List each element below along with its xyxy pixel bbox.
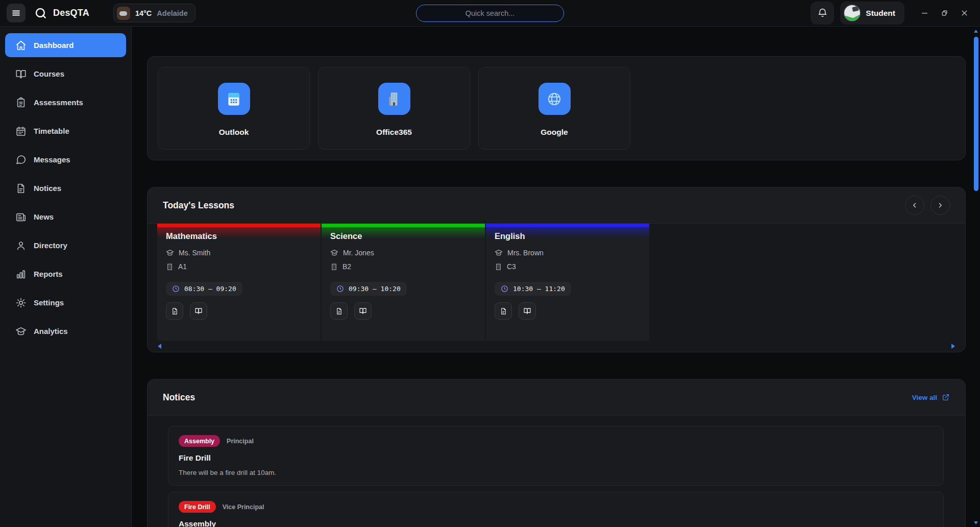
notice-title: Assembly	[179, 519, 933, 527]
main-content: Outlook Office365 Google Today's Lessons	[132, 27, 980, 527]
view-all-link[interactable]: View all	[912, 393, 950, 401]
bell-icon	[817, 8, 828, 18]
grad-cap-icon	[166, 249, 174, 257]
maximize-button[interactable]	[937, 6, 952, 21]
notice-author: Principal	[227, 438, 254, 445]
weather-city: Adelaide	[157, 9, 187, 17]
newspaper-icon	[15, 211, 27, 223]
window-controls	[917, 6, 972, 21]
user-button[interactable]: Student	[840, 2, 904, 25]
lesson-time-pill: 10:30 – 11:20	[495, 282, 571, 296]
notice-author: Vice Principal	[223, 504, 264, 511]
shortcut-tile-google[interactable]: Google	[478, 67, 630, 150]
scroll-down-arrow[interactable]	[974, 521, 978, 524]
view-all-label: View all	[912, 394, 937, 401]
sidebar-item-label: Directory	[34, 241, 67, 250]
hscroll-left-arrow[interactable]	[158, 344, 161, 349]
lesson-book-button[interactable]	[519, 302, 536, 320]
titlebar-left: DesQTA 14°C Adelaide	[7, 4, 195, 22]
lessons-next-button[interactable]	[930, 196, 950, 215]
lesson-card-english: English Mrs. Brown C3 10:30 – 11:20	[486, 224, 649, 341]
lesson-color-fade	[322, 227, 485, 238]
sidebar-item-messages[interactable]: Messages	[5, 148, 126, 172]
notice-item[interactable]: Assembly Principal Fire Drill There will…	[168, 426, 944, 486]
building-icon	[495, 263, 502, 271]
shortcut-tile-outlook[interactable]: Outlook	[158, 67, 310, 150]
sidebar-item-label: Notices	[34, 184, 61, 193]
lesson-time: 10:30 – 11:20	[513, 285, 565, 293]
shortcut-tile-office365[interactable]: Office365	[318, 67, 470, 150]
office-building-icon	[378, 83, 410, 115]
lesson-doc-button[interactable]	[330, 302, 348, 320]
hscroll-right-arrow[interactable]	[951, 344, 955, 349]
notices-list: Assembly Principal Fire Drill There will…	[148, 416, 965, 527]
sidebar-item-label: Reports	[34, 270, 63, 278]
gear-icon	[15, 297, 27, 308]
vertical-scrollbar[interactable]	[973, 29, 978, 525]
notices-title: Notices	[163, 392, 195, 403]
clock-icon	[172, 285, 180, 293]
notice-item[interactable]: Fire Drill Vice Principal Assembly Schoo…	[168, 492, 944, 527]
quick-search	[416, 5, 564, 22]
sidebar-item-notices[interactable]: Notices	[5, 176, 126, 200]
sidebar-item-analytics[interactable]: Analytics	[5, 319, 126, 343]
sidebar-item-timetable[interactable]: Timetable	[5, 119, 126, 143]
lessons-prev-button[interactable]	[905, 196, 924, 215]
lessons-hscrollbar[interactable]	[158, 341, 955, 352]
sidebar-item-courses[interactable]: Courses	[5, 62, 126, 86]
building-icon	[330, 263, 338, 271]
sidebar-item-label: Settings	[34, 298, 64, 307]
app-title: DesQTA	[53, 8, 89, 18]
notice-body: There will be a fire drill at 10am.	[179, 469, 933, 476]
hamburger-button[interactable]	[7, 4, 26, 22]
sidebar-item-assessments[interactable]: Assessments	[5, 90, 126, 114]
file-icon	[15, 183, 27, 194]
minimize-icon	[920, 9, 929, 17]
scroll-up-arrow[interactable]	[974, 30, 978, 33]
grad-cap-icon	[330, 249, 338, 257]
grad-cap-icon	[495, 249, 503, 257]
lesson-book-button[interactable]	[354, 302, 372, 320]
weather-widget[interactable]: 14°C Adelaide	[113, 4, 195, 22]
lessons-card: Today's Lessons	[147, 187, 966, 352]
shortcut-label: Office365	[376, 128, 412, 137]
weather-temp: 14°C	[135, 9, 152, 17]
chat-icon	[15, 154, 27, 165]
lesson-time: 08:30 – 09:20	[184, 285, 236, 293]
book-icon	[359, 307, 367, 315]
lesson-card-science: Science Mr. Jones B2 09:30 – 10:20	[322, 224, 485, 341]
sidebar-item-label: Messages	[34, 155, 70, 164]
quick-search-input[interactable]	[416, 5, 564, 22]
lesson-doc-button[interactable]	[495, 302, 512, 320]
sidebar-item-label: Analytics	[34, 327, 68, 336]
home-icon	[15, 40, 27, 51]
clipboard-icon	[15, 97, 27, 108]
sidebar-item-news[interactable]: News	[5, 205, 126, 229]
notices-card: Notices View all Assembly Principal Fire…	[147, 379, 966, 527]
book-icon	[194, 307, 203, 315]
sidebar: Dashboard Courses Assessments Timetable …	[0, 27, 132, 527]
minimize-button[interactable]	[917, 6, 932, 21]
weather-icon	[117, 7, 130, 20]
menu-icon	[11, 8, 21, 18]
sidebar-item-settings[interactable]: Settings	[5, 291, 126, 315]
lessons-title: Today's Lessons	[163, 200, 234, 211]
lesson-color-bar	[322, 224, 485, 227]
maximize-icon	[940, 9, 949, 17]
shortcuts-card: Outlook Office365 Google	[147, 56, 966, 160]
sidebar-item-dashboard[interactable]: Dashboard	[5, 33, 126, 57]
lesson-room: A1	[178, 262, 187, 271]
chevron-left-icon	[910, 201, 919, 210]
close-button[interactable]	[957, 6, 972, 21]
globe-icon	[538, 83, 571, 115]
user-icon	[15, 240, 27, 251]
sidebar-item-reports[interactable]: Reports	[5, 262, 126, 286]
external-link-icon	[942, 393, 950, 401]
book-open-icon	[15, 68, 27, 80]
lesson-doc-button[interactable]	[166, 302, 183, 320]
scrollbar-thumb[interactable]	[974, 37, 978, 191]
notifications-button[interactable]	[811, 2, 834, 25]
calendar-app-icon	[218, 83, 250, 115]
sidebar-item-directory[interactable]: Directory	[5, 233, 126, 257]
lesson-book-button[interactable]	[190, 302, 207, 320]
